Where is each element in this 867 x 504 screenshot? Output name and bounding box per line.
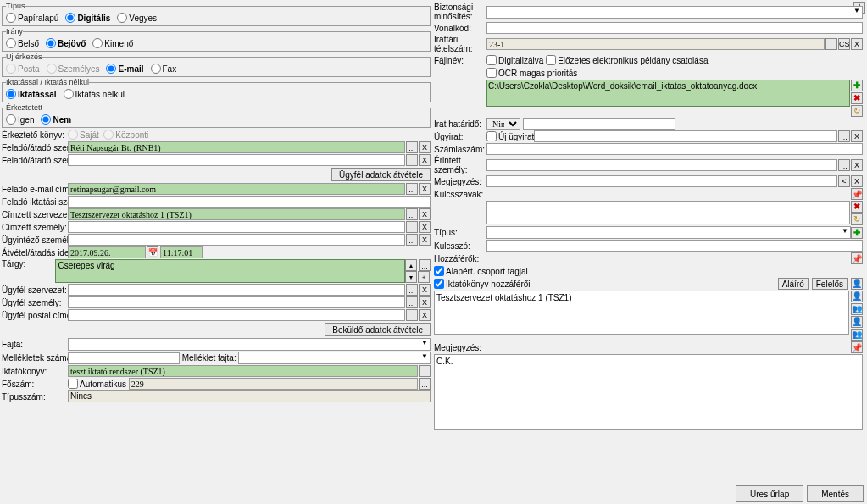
ugyirat-input[interactable] — [534, 130, 837, 142]
hozza-icon-4[interactable]: 👥 — [851, 329, 863, 341]
ikt-iktatassal[interactable]: Iktatással — [6, 89, 57, 99]
felado-szerv-dots[interactable]: ... — [406, 141, 418, 153]
konyv-label: Érkeztető könyv: — [2, 130, 68, 140]
tipus-fieldset: Típus Papíralapú Digitális Vegyes — [2, 2, 431, 26]
megj-pin-icon[interactable]: 📌 — [851, 341, 863, 353]
uterk-fax[interactable]: Fax — [151, 64, 177, 74]
kulcs-remove-icon[interactable]: ✖ — [851, 201, 863, 213]
ugyfel-cim-input[interactable] — [68, 309, 405, 321]
tipus-add-icon[interactable]: ✚ — [851, 227, 863, 239]
felado-ikt-input[interactable] — [68, 196, 431, 208]
cimzett-szem-input[interactable] — [68, 221, 405, 233]
ikt-nelkul[interactable]: Iktatás nélkül — [64, 89, 125, 99]
uterk-posta: Posta — [6, 64, 40, 74]
atvetel-date[interactable] — [68, 246, 146, 258]
targy-textarea[interactable]: Cserepes virág — [55, 259, 405, 283]
kulcsszo-input[interactable] — [486, 240, 863, 252]
hozza-icon-3[interactable]: 👤 — [851, 316, 863, 328]
felado-email-input[interactable] — [68, 183, 405, 195]
irany-bejovo[interactable]: Bejövő — [46, 38, 86, 48]
uterk-fieldset: Új érkezés Posta Személyes E-mail Fax — [2, 53, 431, 77]
uterk-szemelyes: Személyes — [47, 64, 100, 74]
fajta-select[interactable] — [68, 338, 431, 351]
alairo-btn[interactable]: Aláíró — [778, 278, 809, 290]
irathat-input[interactable] — [523, 118, 675, 130]
kulcs-pin-icon[interactable]: 📌 — [851, 188, 863, 200]
file-remove-icon[interactable]: ✖ — [851, 92, 863, 104]
cs-btn[interactable]: CS — [838, 38, 850, 50]
melleklet-fajta-select[interactable] — [238, 352, 431, 364]
bizt-select[interactable] — [486, 6, 863, 19]
mentes-btn[interactable]: Mentés — [807, 485, 864, 502]
targy-up[interactable]: ▴ — [405, 259, 417, 271]
foszam-input[interactable] — [129, 378, 418, 390]
targy-plus[interactable]: + — [418, 271, 430, 283]
targy-down[interactable]: ▾ — [405, 271, 417, 283]
ugyfel-szerv-input[interactable] — [68, 284, 405, 296]
ugyfel-szem-input[interactable] — [68, 296, 405, 308]
tipusszam-display: Nincs — [68, 390, 431, 402]
irany-legend: Irány — [6, 27, 23, 36]
ikt-legend: Iktatással / Iktatás nélkül — [6, 78, 89, 86]
felado-szerv-x[interactable]: X — [419, 141, 431, 153]
erk-legend: Érkeztetett — [6, 103, 42, 112]
tipus-papir[interactable]: Papíralapú — [6, 13, 58, 23]
felado-szem-input[interactable] — [68, 154, 405, 166]
erk-fieldset: Érkeztetett Igen Nem — [2, 103, 431, 128]
tipus-vegyes[interactable]: Vegyes — [117, 13, 157, 23]
cimzett-szerv-input[interactable] — [68, 208, 405, 220]
iktatokonyv-input[interactable] — [68, 365, 418, 377]
bekuld-adatok-btn[interactable]: Beküldő adatok átvétele — [325, 323, 431, 336]
tipus2-select[interactable] — [486, 226, 851, 239]
hozza-icon-1[interactable]: 👤 — [851, 291, 863, 302]
tipus-digitalis[interactable]: Digitális — [65, 13, 110, 23]
kulcsszavak-area[interactable] — [486, 201, 850, 224]
irattar-input[interactable] — [486, 38, 825, 50]
date-picker-icon[interactable]: 📅 — [147, 246, 158, 258]
automatikus-chk — [68, 379, 78, 389]
megjegyzes-area[interactable]: C.K. — [434, 354, 863, 430]
ures-urlap-btn[interactable]: Üres űrlap — [736, 485, 803, 502]
atvetel-time[interactable] — [160, 246, 203, 258]
uterk-legend: Új érkezés — [6, 53, 42, 61]
irany-belso[interactable]: Belső — [6, 38, 39, 48]
szamlaszam-input[interactable] — [486, 143, 863, 155]
ikt-fieldset: Iktatással / Iktatás nélkül Iktatással I… — [2, 78, 431, 102]
erk-igen[interactable]: Igen — [6, 114, 34, 125]
hozza-list[interactable]: Tesztszervezet oktatáshoz 1 (TSZ1) — [434, 291, 849, 335]
irany-fieldset: Irány Belső Bejövő Kimenő — [2, 27, 431, 52]
uterk-email[interactable]: E-mail — [106, 64, 143, 74]
file-refresh-icon[interactable]: ↻ — [851, 105, 863, 117]
filepath-box[interactable]: C:\Users\Czokla\Desktop\Word_doksik\emai… — [486, 80, 850, 107]
hozza-user1-icon[interactable]: 👤 — [851, 278, 863, 290]
hozza-pin-icon[interactable]: 📌 — [851, 252, 863, 264]
file-add-icon[interactable]: ✚ — [851, 80, 863, 91]
erk-nem[interactable]: Nem — [41, 114, 71, 125]
tipus-legend: Típus — [6, 2, 25, 10]
mellekletek-input[interactable] — [68, 352, 180, 364]
hozza-icon-2[interactable]: 👥 — [851, 303, 863, 315]
irattar-x[interactable]: X — [851, 38, 863, 50]
felelos-btn[interactable]: Felelős — [812, 278, 848, 290]
vonalkod-input[interactable] — [486, 22, 863, 34]
ugyfel-adatok-btn[interactable]: Ügyfél adatok átvétele — [331, 168, 431, 181]
megj-input[interactable] — [486, 175, 837, 187]
felado-szerv-input[interactable] — [68, 141, 405, 153]
irathat-select[interactable]: Nincs — [486, 118, 520, 130]
ugyintezo-input[interactable] — [68, 234, 405, 246]
kulcs-refresh-icon[interactable]: ↻ — [851, 213, 863, 225]
irany-kimeno[interactable]: Kimenő — [92, 38, 133, 48]
erintett-input[interactable] — [486, 159, 837, 171]
